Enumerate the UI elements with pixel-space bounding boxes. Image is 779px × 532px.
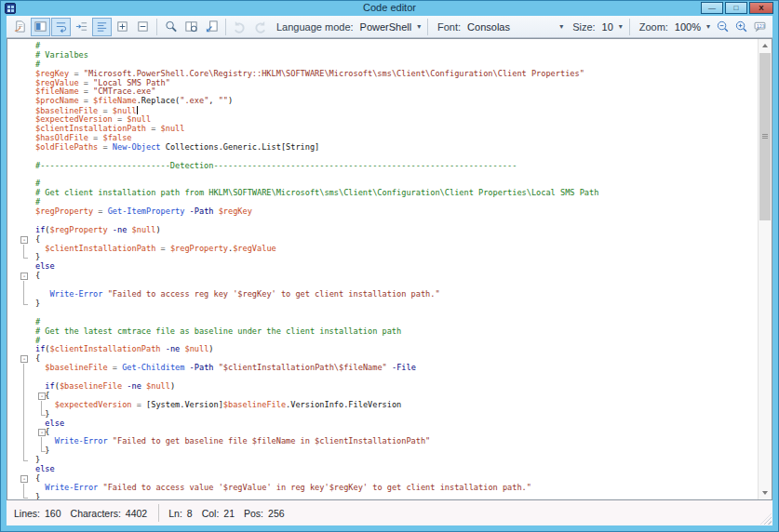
chevron-down-icon: ▾ bbox=[559, 22, 563, 31]
new-script-icon[interactable] bbox=[10, 18, 30, 36]
fold-open-marker[interactable]: - bbox=[20, 273, 28, 280]
app-icon bbox=[5, 3, 16, 14]
find-replace-icon[interactable] bbox=[181, 18, 201, 36]
code-line bbox=[7, 309, 758, 318]
zoom-in-icon[interactable] bbox=[732, 18, 750, 36]
editor-pane[interactable]: ## Varialbes#$regKey = "Microsoft.PowerS… bbox=[7, 38, 772, 500]
fold-end-marker bbox=[23, 299, 28, 305]
fold-bar-marker bbox=[23, 446, 24, 456]
fold-bar-marker bbox=[23, 401, 24, 410]
close-button[interactable]: X bbox=[749, 2, 773, 14]
fold-open-marker[interactable]: - bbox=[20, 236, 28, 244]
fold-bar-marker bbox=[23, 290, 24, 299]
code-line: if($clientInstallationPath -ne $null) bbox=[7, 345, 758, 354]
code-line: if($baselineFile -ne $null) bbox=[7, 382, 758, 392]
language-mode-label: Language mode: bbox=[276, 21, 354, 33]
triangle-up-icon bbox=[762, 44, 768, 47]
fold-open-marker[interactable]: - bbox=[38, 429, 46, 436]
code-line: $clientInstallationPath = $regProperty.$… bbox=[7, 245, 758, 254]
maximize-button[interactable]: □ bbox=[725, 2, 747, 14]
code-editor-window: Code editor — □ X Language mode: PowerSh… bbox=[0, 0, 779, 532]
chevron-down-icon: ▾ bbox=[706, 22, 710, 31]
code-line: $baselineFile = Get-Childitem -Path "$cl… bbox=[7, 364, 758, 373]
toolbar-separator bbox=[156, 19, 157, 35]
find-icon[interactable] bbox=[161, 18, 181, 36]
fold-end-marker bbox=[41, 410, 46, 416]
fold-open-marker[interactable]: - bbox=[20, 475, 28, 483]
triangle-down-icon bbox=[762, 491, 768, 495]
fold-bar-marker bbox=[23, 392, 24, 401]
size-select[interactable]: 10 ▾ bbox=[599, 20, 625, 33]
collapse-outlining-icon[interactable] bbox=[133, 18, 153, 36]
language-mode-select[interactable]: PowerShell ▾ bbox=[357, 20, 424, 33]
goto-icon[interactable] bbox=[202, 18, 222, 36]
code-line: } bbox=[7, 456, 758, 465]
fold-end-marker bbox=[23, 493, 28, 499]
redo-icon bbox=[250, 18, 270, 36]
undo-icon bbox=[230, 18, 249, 36]
language-mode-value: PowerShell bbox=[360, 21, 412, 33]
code-line: } bbox=[7, 410, 758, 419]
fold-bar-marker bbox=[23, 428, 24, 437]
font-select[interactable]: Consolas ▾ bbox=[464, 20, 566, 33]
code-line: # Get client installation path from HKLM… bbox=[7, 189, 758, 198]
text-cursor bbox=[137, 106, 138, 114]
fold-bar-marker bbox=[23, 364, 24, 373]
toolbar-separator bbox=[225, 19, 226, 35]
fold-open-marker[interactable]: - bbox=[38, 392, 46, 400]
code-line: Write-Error "Failed to access reg key '$… bbox=[7, 290, 758, 299]
font-label: Font: bbox=[437, 21, 461, 33]
fold-bar-marker bbox=[23, 410, 24, 419]
code-lines[interactable]: ## Varialbes#$regKey = "Microsoft.PowerS… bbox=[7, 39, 758, 499]
code-line: # Varialbes bbox=[7, 51, 758, 60]
status-position: Pos:256 bbox=[244, 508, 285, 519]
code-line bbox=[7, 170, 758, 180]
fold-bar-marker bbox=[23, 437, 24, 446]
window-title: Code editor bbox=[363, 2, 416, 13]
size-label: Size: bbox=[572, 21, 595, 33]
zoom-label: Zoom: bbox=[639, 21, 668, 33]
word-wrap-icon[interactable] bbox=[51, 18, 71, 36]
statusbar: Lines:160 Characters:4402 Ln:8 Col:21 Po… bbox=[7, 500, 772, 525]
fold-end-marker bbox=[23, 456, 28, 461]
line-balloon-icon[interactable]: 123 bbox=[751, 18, 769, 36]
code-line: } bbox=[7, 253, 758, 262]
scrollbar-thumb[interactable] bbox=[759, 53, 771, 220]
zoom-value: 100% bbox=[675, 21, 701, 33]
fold-open-marker[interactable]: - bbox=[20, 355, 28, 363]
indent-icon[interactable] bbox=[72, 18, 91, 36]
vertical-scrollbar[interactable] bbox=[758, 39, 772, 499]
code-line: #---------------------------Detection---… bbox=[7, 162, 758, 171]
fold-end-marker bbox=[23, 253, 28, 259]
toolbar-icons bbox=[10, 18, 270, 36]
fold-bar-marker bbox=[23, 382, 24, 392]
fold-bar-marker bbox=[23, 373, 24, 382]
minimize-button[interactable]: — bbox=[701, 2, 723, 14]
toolbar-separator bbox=[629, 19, 630, 35]
code-line: -{ bbox=[7, 272, 758, 281]
scroll-down-button[interactable] bbox=[759, 486, 772, 499]
code-line: $oldFilePaths = New-Object Collections.G… bbox=[7, 143, 758, 153]
status-separator bbox=[158, 504, 159, 522]
show-panel-icon[interactable] bbox=[31, 18, 50, 36]
toolbar-separator bbox=[427, 19, 428, 35]
code-line: else bbox=[7, 419, 758, 429]
expand-outlining-icon[interactable] bbox=[113, 18, 132, 36]
fold-bar-marker bbox=[23, 281, 24, 290]
zoom-out-icon[interactable] bbox=[714, 18, 732, 36]
status-characters: Characters:4402 bbox=[71, 508, 148, 519]
align-left-icon[interactable] bbox=[92, 18, 112, 36]
font-value: Consolas bbox=[467, 21, 510, 33]
code-line: if($regProperty -ne $null) bbox=[7, 226, 758, 235]
fold-end-marker bbox=[41, 446, 46, 452]
fold-bar-marker bbox=[23, 245, 24, 254]
code-line: else bbox=[7, 465, 758, 474]
titlebar: Code editor — □ X bbox=[1, 1, 778, 16]
zoom-select[interactable]: 100% ▾ bbox=[672, 20, 713, 33]
fold-bar-marker bbox=[23, 419, 24, 429]
code-line: } bbox=[7, 299, 758, 309]
status-column: Col:21 bbox=[202, 508, 235, 519]
size-value: 10 bbox=[602, 21, 613, 33]
code-line: # Get the latest cmtrace file as baselin… bbox=[7, 327, 758, 337]
scroll-up-button[interactable] bbox=[759, 39, 772, 52]
